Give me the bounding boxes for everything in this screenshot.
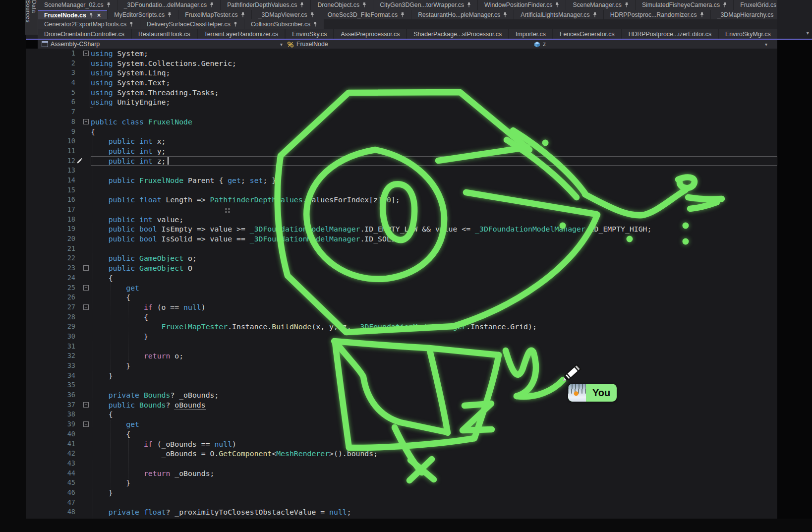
breadcrumb-member[interactable]: z xyxy=(534,40,546,49)
code-line-15[interactable]: 15 xyxy=(26,185,777,195)
pin-icon[interactable] xyxy=(555,2,559,7)
pin-icon[interactable] xyxy=(89,12,93,18)
code-line-45[interactable]: 45 } xyxy=(26,478,777,488)
tab-fruxelgrid-cs[interactable]: FruxelGrid.cs xyxy=(734,0,777,10)
tab-envirosky-cs[interactable]: EnviroSky.cs xyxy=(286,29,333,39)
code-line-21[interactable]: 21 xyxy=(26,244,777,254)
pin-icon[interactable] xyxy=(777,12,777,17)
pin-icon[interactable] xyxy=(313,21,317,27)
code-line-16[interactable]: 16 public float Length => PathfinderDept… xyxy=(26,195,777,205)
tab-restaurantho-plemanager-cs[interactable]: RestaurantHo...pleManager.cs xyxy=(411,10,514,20)
tab-scenemanager-cs[interactable]: SceneManager.cs xyxy=(566,0,635,10)
code-line-28[interactable]: 28 { xyxy=(26,312,777,322)
code-line-19[interactable]: 19 public bool IsEmpty => value >= _3DFo… xyxy=(26,224,777,234)
pin-icon[interactable] xyxy=(593,12,597,17)
pin-icon[interactable] xyxy=(300,2,304,7)
breadcrumb-type[interactable]: FruxelNode xyxy=(287,40,328,49)
code-editor[interactable]: 1−using System;2using System.Collections… xyxy=(26,49,777,519)
tab-scenemanager-02-cs[interactable]: SceneManager_02.cs xyxy=(38,0,117,10)
code-line-30[interactable]: 30 } xyxy=(26,332,777,342)
tab-myeditorscripts-cs[interactable]: MyEditorScripts.cs xyxy=(108,10,178,20)
code-line-9[interactable]: 9{ xyxy=(26,127,777,137)
code-line-7[interactable]: 7 xyxy=(26,107,777,117)
code-line-6[interactable]: 6using UnityEngine; xyxy=(26,97,777,107)
tab-enviroskymgr-cs[interactable]: EnviroSkyMgr.cs xyxy=(719,29,777,39)
tab-fruxelnode-cs[interactable]: FruxelNode.cs× xyxy=(38,10,107,20)
fold-marker[interactable]: − xyxy=(83,49,91,59)
tab--3dmapviewer-cs[interactable]: _3DMapViewer.cs xyxy=(252,10,321,20)
tab-pathfinderdepthvalues-cs[interactable]: PathfinderDepthValues.cs xyxy=(221,0,310,10)
code-line-24[interactable]: 24 { xyxy=(26,273,777,283)
pin-icon[interactable] xyxy=(503,12,507,17)
pin-icon[interactable] xyxy=(241,12,245,17)
code-line-31[interactable]: 31 xyxy=(26,342,777,352)
fold-marker[interactable]: − xyxy=(83,419,91,429)
tab-restauranthook-cs[interactable]: RestaurantHook.cs xyxy=(132,29,197,39)
tab-citygen3dgen-torwrapper-cs[interactable]: CityGen3DGen...torWrapper.cs xyxy=(373,0,477,10)
tab-windowpositionfinder-cs[interactable]: WindowPositionFinder.cs xyxy=(478,0,566,10)
breadcrumb-project[interactable]: Assembly-CSharp xyxy=(42,40,100,49)
tab-hdrppostproce-izereditor-cs[interactable]: HDRPPostproce...izerEditor.cs xyxy=(622,29,718,39)
code-line-40[interactable]: 40 { xyxy=(26,429,777,439)
code-line-48[interactable]: 48 private float? _proximityToClosestObs… xyxy=(26,507,777,517)
tab-artificiallightsmanager-cs[interactable]: ArtificialLightsManager.cs xyxy=(514,10,603,20)
code-line-44[interactable]: 44 return _oBounds; xyxy=(26,469,777,478)
code-line-42[interactable]: 42 _oBounds = O.GetComponent<MeshRendere… xyxy=(26,449,777,459)
tab-generator2exportmaptools-cs[interactable]: Generator2ExportMapTools.cs xyxy=(38,19,140,29)
pin-icon[interactable] xyxy=(168,12,172,17)
code-line-29[interactable]: 29 FruxelMapTester.Instance.BuildNode(x,… xyxy=(26,322,777,332)
code-line-33[interactable]: 33 } xyxy=(26,361,777,371)
code-line-4[interactable]: 4using System.Text; xyxy=(26,78,777,88)
fold-marker[interactable]: − xyxy=(83,302,91,312)
tab--3dfoundatio-delmanager-cs[interactable]: _3DFoundatio...delManager.cs xyxy=(117,0,220,10)
code-line-34[interactable]: 34 } xyxy=(26,371,777,381)
code-line-3[interactable]: 3using System.Linq; xyxy=(26,68,777,78)
code-line-13[interactable]: 13 xyxy=(26,166,777,176)
code-line-26[interactable]: 26 { xyxy=(26,293,777,302)
fold-marker[interactable]: − xyxy=(83,400,91,410)
pin-icon[interactable] xyxy=(129,21,133,27)
code-line-8[interactable]: 8−public class FruxelNode xyxy=(26,117,777,127)
tab-collisionsubscriber-cs[interactable]: CollisionSubscriber.cs xyxy=(244,19,324,29)
code-line-11[interactable]: 11 public int y; xyxy=(26,146,777,156)
code-line-37[interactable]: 37− public Bounds? oBounds xyxy=(26,400,777,410)
tab-onesec3d-fileformat-cs[interactable]: OneSec3D_FileFormat.cs xyxy=(321,10,411,20)
code-line-41[interactable]: 41 if (_oBounds == null) xyxy=(26,439,777,449)
tab-deliverysurfaceclasshelper-cs[interactable]: DeliverySurfaceClassHelper.cs xyxy=(140,19,244,29)
pin-icon[interactable] xyxy=(210,2,214,7)
code-line-12[interactable]: 12 public int z; xyxy=(26,156,777,166)
code-line-17[interactable]: 17 xyxy=(26,205,777,215)
pin-icon[interactable] xyxy=(107,2,111,7)
code-line-20[interactable]: 20 public bool IsSolid => value == _3DFo… xyxy=(26,234,777,244)
chevron-down-icon[interactable]: ▾ xyxy=(765,40,767,49)
pin-icon[interactable] xyxy=(723,2,727,7)
pin-icon[interactable] xyxy=(625,2,629,7)
code-line-27[interactable]: 27− if (o == null) xyxy=(26,302,777,312)
pin-icon[interactable] xyxy=(362,2,366,7)
tab-terrainlayerrandomizer-cs[interactable]: TerrainLayerRandomizer.cs xyxy=(198,29,285,39)
code-line-5[interactable]: 5using System.Threading.Tasks; xyxy=(26,88,777,98)
chevron-down-icon[interactable]: ▾ xyxy=(280,40,283,49)
tab-droneorientationcontroller-cs[interactable]: DroneOrientationController.cs xyxy=(38,29,131,39)
code-line-46[interactable]: 46 } xyxy=(26,488,777,498)
code-line-1[interactable]: 1−using System; xyxy=(26,49,777,59)
code-line-43[interactable]: 43 xyxy=(26,459,777,469)
code-line-35[interactable]: 35 xyxy=(26,380,777,390)
code-line-47[interactable]: 47 xyxy=(26,498,777,508)
close-icon[interactable]: × xyxy=(97,11,101,19)
tab-hdrppostproc-randomizer-cs[interactable]: HDRPPostproc...Randomizer.cs xyxy=(604,10,710,20)
pin-icon[interactable] xyxy=(401,12,405,17)
code-line-32[interactable]: 32 return o; xyxy=(26,351,777,361)
code-line-22[interactable]: 22 public GameObject o; xyxy=(26,253,777,263)
tab-fruxelmaptester-cs[interactable]: FruxelMapTester.cs xyxy=(178,10,251,20)
tab-fencesgenerator-cs[interactable]: FencesGenerator.cs xyxy=(553,29,621,39)
code-line-25[interactable]: 25− get xyxy=(26,283,777,293)
pin-icon[interactable] xyxy=(310,12,314,17)
pin-icon[interactable] xyxy=(467,2,471,7)
code-line-10[interactable]: 10 public int x; xyxy=(26,136,777,146)
data-sources-vertical-tab[interactable]: Data Sources xyxy=(25,0,38,35)
code-line-23[interactable]: 23− public GameObject O xyxy=(26,263,777,273)
pin-icon[interactable] xyxy=(700,12,704,17)
tab-overflow-icon[interactable]: ▾ xyxy=(806,30,809,36)
tab--3dmaphierarchy-cs[interactable]: _3DMapHierarchy.cs xyxy=(711,10,777,20)
